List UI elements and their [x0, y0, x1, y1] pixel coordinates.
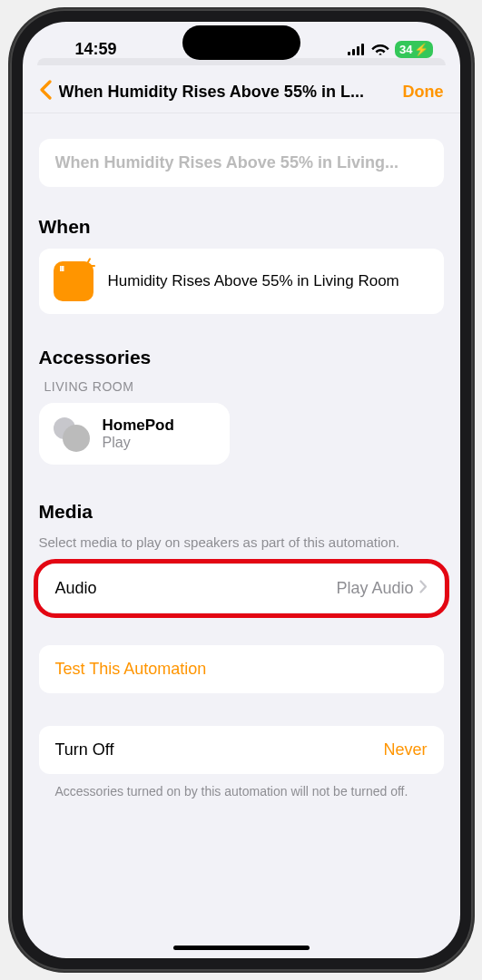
audio-row[interactable]: Audio Play Audio [39, 564, 444, 612]
accessory-tile-homepod[interactable]: HomePod Play [39, 403, 230, 465]
content-scroll[interactable]: When Humidity Rises Above 55% in Living … [23, 113, 460, 950]
home-indicator[interactable] [173, 946, 310, 950]
automation-name-field[interactable] [39, 139, 444, 187]
turn-off-row[interactable]: Turn Off Never [39, 726, 444, 774]
media-label: Audio [55, 579, 97, 598]
wifi-icon [371, 43, 389, 55]
humidity-sensor-icon [54, 261, 93, 301]
test-label: Test This Automation [55, 660, 428, 679]
charging-icon: ⚡ [414, 43, 428, 56]
media-value-group: Play Audio [336, 579, 427, 598]
nav-bar: When Humidity Rises Above 55% in L... Do… [23, 67, 460, 113]
accessory-status: Play [103, 435, 174, 451]
turnoff-label: Turn Off [55, 740, 114, 760]
phone-frame: 14:59 34⚡ When Humidity Rises Above 55% … [10, 9, 473, 971]
automation-name-input[interactable] [55, 153, 428, 172]
svg-rect-1 [352, 49, 355, 55]
accessory-name: HomePod [103, 416, 174, 435]
cellular-signal-icon [348, 44, 366, 55]
media-subtext: Select media to play on speakers as part… [39, 534, 444, 552]
accessories-header: Accessories [39, 347, 444, 368]
svg-rect-3 [361, 44, 364, 55]
homepod-icon [52, 416, 90, 452]
status-icons: 34⚡ [348, 41, 432, 58]
when-condition-text: Humidity Rises Above 55% in Living Room [108, 271, 399, 292]
when-condition-row[interactable]: Humidity Rises Above 55% in Living Room [39, 249, 444, 314]
nav-title: When Humidity Rises Above 55% in L... [59, 83, 396, 102]
chevron-right-icon [419, 579, 428, 598]
svg-rect-2 [357, 46, 359, 55]
done-button[interactable]: Done [403, 83, 444, 102]
room-label: LIVING ROOM [44, 379, 444, 394]
status-time: 14:59 [75, 40, 117, 59]
media-header: Media [39, 501, 444, 523]
screen: 14:59 34⚡ When Humidity Rises Above 55% … [23, 22, 460, 958]
svg-rect-0 [348, 52, 350, 55]
test-automation-button[interactable]: Test This Automation [39, 645, 444, 693]
dynamic-island [182, 25, 300, 60]
turnoff-value: Never [383, 740, 427, 760]
battery-percent: 34 [399, 43, 412, 56]
media-value: Play Audio [336, 579, 413, 598]
back-button[interactable] [39, 80, 52, 103]
turnoff-footer: Accessories turned on by this automation… [39, 774, 444, 809]
when-header: When [39, 216, 444, 238]
battery-badge: 34⚡ [395, 41, 432, 58]
